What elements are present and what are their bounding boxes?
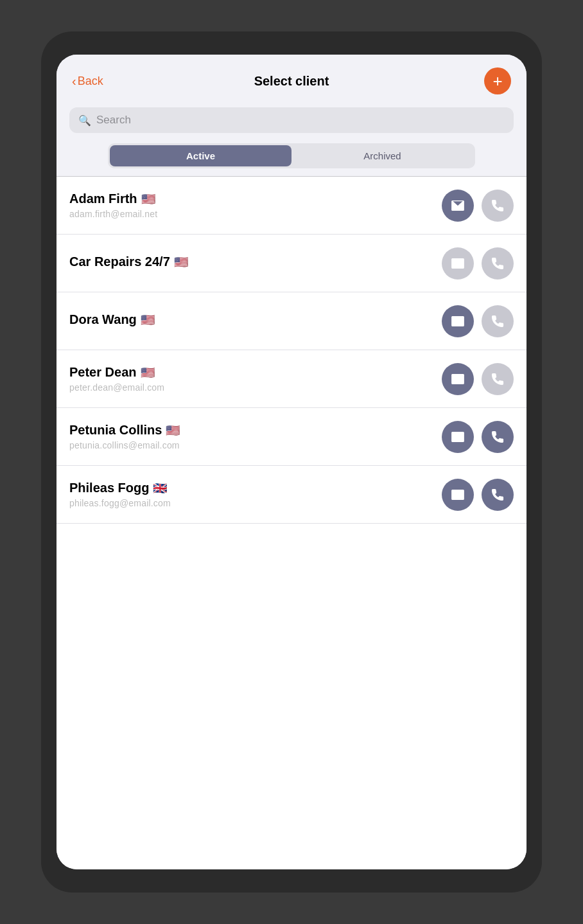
client-flag: 🇺🇸	[141, 366, 155, 380]
phone-button[interactable]	[482, 305, 514, 337]
mail-button[interactable]	[442, 247, 474, 280]
phone-icon	[491, 488, 505, 502]
client-name: Dora Wang 🇺🇸	[69, 312, 155, 327]
list-item[interactable]: Car Repairs 24/7 🇺🇸	[57, 235, 526, 292]
client-flag: 🇬🇧	[153, 481, 167, 495]
mail-button[interactable]	[442, 305, 474, 337]
mail-button[interactable]	[442, 190, 474, 222]
list-item[interactable]: Peter Dean 🇺🇸 peter.dean@email.com	[57, 350, 526, 408]
client-sub: adam.firth@email.net	[69, 209, 157, 219]
mail-button[interactable]	[442, 479, 474, 511]
client-actions	[442, 479, 514, 511]
phone-button[interactable]	[482, 190, 514, 222]
list-item[interactable]: Petunia Collins 🇺🇸 petunia.collins@email…	[57, 408, 526, 466]
search-placeholder: Search	[96, 114, 131, 127]
client-sub: phileas.fogg@email.com	[69, 498, 171, 508]
mail-icon	[451, 256, 465, 271]
client-actions	[442, 363, 514, 395]
phone-button[interactable]	[482, 421, 514, 453]
client-info: Petunia Collins 🇺🇸 petunia.collins@email…	[69, 423, 180, 450]
client-name: Peter Dean 🇺🇸	[69, 365, 164, 380]
back-chevron-icon: ‹	[72, 74, 76, 89]
client-info: Dora Wang 🇺🇸	[69, 312, 155, 330]
list-item[interactable]: Dora Wang 🇺🇸	[57, 292, 526, 350]
phone-icon	[491, 199, 505, 213]
back-button[interactable]: ‹ Back	[72, 74, 103, 89]
client-info: Phileas Fogg 🇬🇧 phileas.fogg@email.com	[69, 481, 171, 508]
client-list: Adam Firth 🇺🇸 adam.firth@email.net	[57, 177, 526, 869]
phone-button[interactable]	[482, 363, 514, 395]
search-icon: 🔍	[78, 114, 91, 127]
phone-button[interactable]	[482, 479, 514, 511]
mail-icon	[451, 314, 465, 328]
client-info: Adam Firth 🇺🇸 adam.firth@email.net	[69, 191, 157, 219]
client-name: Phileas Fogg 🇬🇧	[69, 481, 171, 495]
client-actions	[442, 305, 514, 337]
mail-button[interactable]	[442, 363, 474, 395]
app-container: ‹ Back Select client + 🔍 Search Active A	[57, 55, 526, 869]
client-flag: 🇺🇸	[174, 255, 188, 269]
phone-icon	[491, 430, 505, 444]
mail-icon	[451, 430, 465, 444]
phone-frame: ‹ Back Select client + 🔍 Search Active A	[41, 31, 542, 893]
client-flag: 🇺🇸	[166, 423, 180, 438]
list-item[interactable]: Adam Firth 🇺🇸 adam.firth@email.net	[57, 177, 526, 235]
phone-icon	[491, 256, 505, 271]
plus-icon: +	[492, 73, 502, 89]
mail-button[interactable]	[442, 421, 474, 453]
client-info: Peter Dean 🇺🇸 peter.dean@email.com	[69, 365, 164, 393]
mail-icon	[451, 488, 465, 502]
phone-icon	[491, 372, 505, 386]
header: ‹ Back Select client +	[57, 55, 526, 102]
list-item[interactable]: Phileas Fogg 🇬🇧 phileas.fogg@email.com	[57, 466, 526, 524]
client-actions	[442, 421, 514, 453]
search-bar[interactable]: 🔍 Search	[69, 107, 514, 133]
page-title: Select client	[254, 74, 329, 89]
add-button[interactable]: +	[484, 67, 511, 94]
client-name: Car Repairs 24/7 🇺🇸	[69, 254, 188, 269]
phone-icon	[491, 314, 505, 328]
client-info: Car Repairs 24/7 🇺🇸	[69, 254, 188, 272]
client-actions	[442, 247, 514, 280]
back-label: Back	[78, 75, 103, 88]
mail-icon	[451, 372, 465, 386]
client-flag: 🇺🇸	[141, 192, 155, 206]
mail-icon	[451, 199, 465, 213]
client-name: Adam Firth 🇺🇸	[69, 191, 157, 206]
phone-button[interactable]	[482, 247, 514, 280]
client-flag: 🇺🇸	[141, 313, 155, 327]
client-actions	[442, 190, 514, 222]
client-name: Petunia Collins 🇺🇸	[69, 423, 180, 438]
client-sub: petunia.collins@email.com	[69, 440, 180, 450]
tab-archived[interactable]: Archived	[292, 145, 473, 166]
tabs: Active Archived	[108, 143, 475, 168]
search-container: 🔍 Search	[57, 102, 526, 141]
tabs-container: Active Archived	[57, 141, 526, 176]
tab-active[interactable]: Active	[110, 145, 292, 166]
client-sub: peter.dean@email.com	[69, 382, 164, 393]
